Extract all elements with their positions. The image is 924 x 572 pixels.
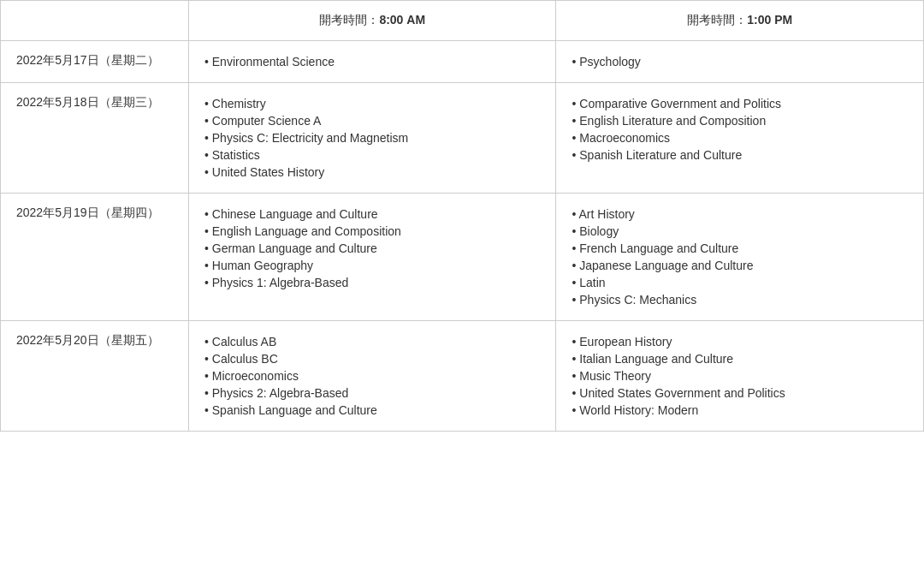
list-item: Physics C: Electricity and Magnetism: [204, 129, 541, 146]
morning-courses-cell: Calculus ABCalculus BCMicroeconomicsPhys…: [188, 321, 556, 432]
list-item: Physics 1: Algebra-Based: [204, 274, 541, 291]
afternoon-courses-cell: Comparative Government and PoliticsEngli…: [556, 83, 924, 194]
date-cell: 2022年5月18日（星期三）: [1, 83, 189, 194]
list-item: Macroeconomics: [572, 129, 908, 146]
list-item: English Language and Composition: [204, 223, 541, 240]
list-item: Statistics: [204, 146, 541, 164]
afternoon-courses-cell: Psychology: [556, 41, 924, 83]
list-item: Spanish Literature and Culture: [572, 146, 908, 164]
exam-schedule-table: 開考時間：8:00 AM 開考時間：1:00 PM 2022年5月17日（星期二…: [0, 0, 924, 432]
list-item: World History: Modern: [572, 402, 908, 419]
list-item: Environmental Science: [204, 53, 541, 70]
header-afternoon-col: 開考時間：1:00 PM: [556, 1, 924, 41]
header-date-col: [1, 1, 189, 41]
list-item: Psychology: [572, 53, 908, 70]
list-item: Italian Language and Culture: [572, 350, 908, 367]
list-item: Spanish Language and Culture: [204, 402, 541, 419]
list-item: Computer Science A: [204, 112, 541, 129]
header-morning-col: 開考時間：8:00 AM: [188, 1, 556, 41]
afternoon-courses-cell: Art HistoryBiologyFrench Language and Cu…: [556, 194, 924, 321]
list-item: Calculus BC: [204, 350, 541, 367]
list-item: Physics C: Mechanics: [572, 291, 908, 308]
morning-courses-cell: ChemistryComputer Science APhysics C: El…: [188, 83, 556, 194]
date-cell: 2022年5月20日（星期五）: [1, 321, 189, 432]
list-item: United States History: [204, 164, 541, 181]
list-item: Microeconomics: [204, 367, 541, 384]
date-cell: 2022年5月19日（星期四）: [1, 194, 189, 321]
afternoon-header-label: 開考時間：1:00 PM: [687, 13, 792, 27]
list-item: Japanese Language and Culture: [572, 257, 908, 274]
list-item: European History: [572, 333, 908, 350]
list-item: French Language and Culture: [572, 240, 908, 257]
list-item: Physics 2: Algebra-Based: [204, 384, 541, 402]
afternoon-courses-cell: European HistoryItalian Language and Cul…: [556, 321, 924, 432]
date-cell: 2022年5月17日（星期二）: [1, 41, 189, 83]
morning-courses-cell: Chinese Language and CultureEnglish Lang…: [188, 194, 556, 321]
morning-header-label: 開考時間：8:00 AM: [319, 13, 425, 27]
list-item: English Literature and Composition: [572, 112, 908, 129]
morning-courses-cell: Environmental Science: [188, 41, 556, 83]
list-item: Music Theory: [572, 367, 908, 384]
list-item: Comparative Government and Politics: [572, 95, 908, 112]
list-item: United States Government and Politics: [572, 384, 908, 402]
list-item: Chemistry: [204, 95, 541, 112]
list-item: Human Geography: [204, 257, 541, 274]
list-item: Latin: [572, 274, 908, 291]
list-item: Chinese Language and Culture: [204, 206, 541, 223]
list-item: Calculus AB: [204, 333, 541, 350]
list-item: German Language and Culture: [204, 240, 541, 257]
list-item: Art History: [572, 206, 908, 223]
list-item: Biology: [572, 223, 908, 240]
